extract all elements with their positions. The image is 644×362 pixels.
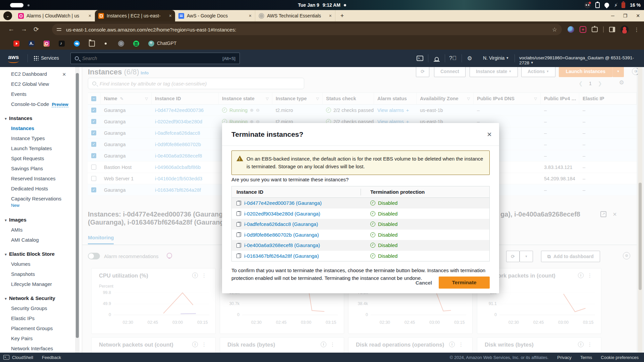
instance-id-link[interactable]: i-0d477e42eed000736 (Gauranga) bbox=[244, 200, 322, 206]
tab-close-icon[interactable]: × bbox=[249, 13, 252, 18]
address-bar[interactable]: us-east-1.console.aws.amazon.com/ec2/hom… bbox=[52, 24, 562, 35]
copy-icon[interactable] bbox=[236, 243, 241, 248]
sidebar-item-key-pairs[interactable]: Key Pairs bbox=[11, 336, 33, 341]
url-text[interactable]: us-east-1.console.aws.amazon.com/ec2/hom… bbox=[66, 27, 236, 33]
site-info-icon[interactable] bbox=[57, 27, 62, 32]
discord-icon[interactable] bbox=[584, 2, 591, 8]
services-grid-icon[interactable] bbox=[34, 56, 39, 61]
sidebar-item-dedicated-hosts[interactable]: Dedicated Hosts bbox=[11, 186, 48, 191]
sidebar-item-instances[interactable]: Instances bbox=[11, 125, 34, 131]
youtube-bookmark-icon[interactable] bbox=[13, 41, 19, 47]
sidebar-item-spot-requests[interactable]: Spot Requests bbox=[11, 156, 44, 161]
copy-icon[interactable] bbox=[236, 253, 241, 258]
instance-id-link[interactable]: i-0163467bf6264a28f (Gauranga) bbox=[244, 253, 319, 259]
back-icon[interactable]: ← bbox=[8, 25, 14, 33]
browser-tab-0[interactable]: Alarms | CloudWatch | us× bbox=[15, 10, 95, 21]
new-tab-button[interactable]: + bbox=[338, 12, 346, 20]
sidebar-item-security-groups[interactable]: Security Groups bbox=[11, 305, 47, 311]
modal-close-icon[interactable]: × bbox=[487, 130, 492, 139]
aws-logo[interactable]: aws bbox=[8, 54, 19, 63]
cancel-button[interactable]: Cancel bbox=[416, 280, 432, 286]
feedback-link[interactable]: Feedback bbox=[42, 355, 61, 360]
sidebar-item-ami-catalog[interactable]: AMI Catalog bbox=[11, 237, 39, 243]
sidebar-item-snapshots[interactable]: Snapshots bbox=[11, 271, 35, 277]
a-app-bookmark-icon[interactable]: A. bbox=[29, 41, 35, 47]
sidebar-item-network-interfaces[interactable]: Network Interfaces bbox=[11, 346, 53, 351]
sidebar-item-volumes[interactable]: Volumes bbox=[11, 261, 31, 267]
help-icon[interactable]: ?⃝ bbox=[449, 54, 457, 62]
chatgpt-bookmark-icon[interactable] bbox=[148, 41, 154, 47]
dark-mode-extension-icon[interactable] bbox=[568, 26, 574, 33]
sidebar-item-instance-types[interactable]: Instance Types bbox=[11, 135, 45, 141]
sidebar-item-placement-groups[interactable]: Placement Groups bbox=[11, 325, 53, 331]
sidebar-scrollbar-thumb[interactable] bbox=[76, 73, 79, 338]
aws-search-input[interactable] bbox=[82, 56, 219, 61]
cloudshell-button[interactable]: >_ CloudShell bbox=[3, 355, 33, 360]
side-panel-icon[interactable] bbox=[609, 27, 615, 32]
dot-bookmark-icon[interactable] bbox=[105, 43, 107, 45]
twitter-bookmark-icon[interactable] bbox=[74, 41, 80, 47]
sidebar-item-savings-plans[interactable]: Savings Plans bbox=[11, 166, 43, 171]
instance-id-link[interactable]: i-0e400a6a9268ecef8 (Gauranga) bbox=[244, 242, 320, 248]
close-window-button[interactable]: ✕ bbox=[636, 13, 640, 18]
settings-gear-icon[interactable]: ⚙ bbox=[466, 54, 474, 62]
sidebar-item-console-to-code[interactable]: Console-to-CodePreview bbox=[11, 101, 68, 107]
sidebar-item-ec2-dashboard[interactable]: EC2 Dashboard bbox=[11, 71, 47, 77]
browser-tab-2[interactable]: AwS - Google Docs× bbox=[175, 10, 255, 21]
browser-tab-3[interactable]: AWS Technical Essentials× bbox=[255, 10, 335, 21]
sidebar-item-launch-templates[interactable]: Launch Templates bbox=[11, 145, 52, 151]
tab-close-icon[interactable]: × bbox=[169, 13, 172, 18]
instagram-bookmark-icon[interactable] bbox=[44, 41, 50, 47]
forward-icon[interactable]: → bbox=[21, 25, 27, 33]
copy-icon[interactable] bbox=[236, 201, 241, 205]
globe-bookmark-icon[interactable] bbox=[118, 41, 124, 47]
sidebar-item-elastic-ips[interactable]: Elastic IPs bbox=[11, 315, 35, 321]
sidebar-item-events[interactable]: Events bbox=[11, 91, 26, 97]
instance-id-link[interactable]: i-0d9f0fe86e860702b (Gauranga) bbox=[244, 232, 319, 238]
tab-close-icon[interactable]: × bbox=[89, 13, 91, 18]
preview-badge[interactable]: Preview bbox=[52, 102, 68, 107]
sidebar-item-lifecycle-manager[interactable]: Lifecycle Manager bbox=[11, 281, 52, 287]
tab-close-icon[interactable]: × bbox=[329, 13, 332, 18]
copy-icon[interactable] bbox=[236, 211, 241, 216]
location-icon[interactable] bbox=[603, 2, 610, 8]
instance-id-link[interactable]: i-0adfefcea626dacc8 (Gauranga) bbox=[244, 221, 318, 227]
terminate-button[interactable]: Terminate bbox=[439, 277, 490, 289]
audio-muted-icon[interactable]: 🕨̸ bbox=[614, 2, 617, 8]
profile-avatar[interactable] bbox=[621, 25, 629, 34]
terms-link[interactable]: Terms bbox=[580, 355, 592, 360]
sidebar-item-reserved-instances[interactable]: Reserved Instances bbox=[11, 176, 56, 181]
services-menu[interactable]: Services bbox=[41, 55, 59, 61]
spotify-bookmark-icon[interactable] bbox=[133, 41, 139, 47]
col-termination-protection: Termination protection bbox=[361, 189, 425, 195]
extensions-puzzle-icon[interactable] bbox=[592, 27, 598, 32]
restore-button[interactable]: ❐ bbox=[623, 13, 628, 18]
tiktok-bookmark-icon[interactable] bbox=[59, 41, 65, 47]
account-menu[interactable]: voclabs/user2981860=Gauranga_Gautam @ 65… bbox=[519, 55, 644, 65]
cookie-preferences-link[interactable]: Cookie preferences bbox=[601, 355, 639, 360]
sidebar-item-amis[interactable]: AMIs bbox=[11, 227, 22, 233]
bookmark-label[interactable]: ChatGPT bbox=[157, 41, 176, 46]
sidebar-item-ec2-global-view[interactable]: EC2 Global View bbox=[11, 81, 49, 87]
aws-search-box[interactable]: [Alt+S] bbox=[70, 53, 240, 64]
reload-icon[interactable]: ⟳ bbox=[34, 25, 39, 33]
sidebar-item-capacity-reservations[interactable]: Capacity Reservations bbox=[11, 196, 61, 201]
clipboard-icon[interactable] bbox=[595, 2, 600, 8]
privacy-link[interactable]: Privacy bbox=[557, 355, 572, 360]
region-selector[interactable]: N. Virginia ▼ bbox=[483, 55, 509, 61]
page-scrollbar-thumb[interactable] bbox=[639, 183, 642, 290]
browser-menu-icon[interactable]: ⋮ bbox=[634, 26, 639, 33]
copy-icon[interactable] bbox=[236, 222, 241, 227]
folder-bookmark-icon[interactable] bbox=[89, 41, 95, 47]
instance-id-link[interactable]: i-0202edf9034be280d (Gauranga) bbox=[244, 211, 320, 217]
notifications-bell-icon[interactable] bbox=[433, 55, 441, 63]
sidebar-close-icon[interactable]: × bbox=[62, 71, 66, 78]
minimize-button[interactable]: ─ bbox=[611, 13, 614, 18]
cloudshell-icon[interactable]: >_ bbox=[416, 54, 424, 62]
copy-icon[interactable] bbox=[236, 232, 241, 237]
pin-extension-icon[interactable]: + bbox=[580, 26, 586, 33]
browser-tab-1[interactable]: Instances | EC2 | us-east-× bbox=[95, 10, 175, 21]
bookmark-star-icon[interactable]: ☆ bbox=[552, 26, 557, 33]
tab-search-button[interactable]: ⌄ bbox=[3, 11, 12, 20]
termination-protection-cell: ✓Disabled bbox=[361, 200, 397, 206]
